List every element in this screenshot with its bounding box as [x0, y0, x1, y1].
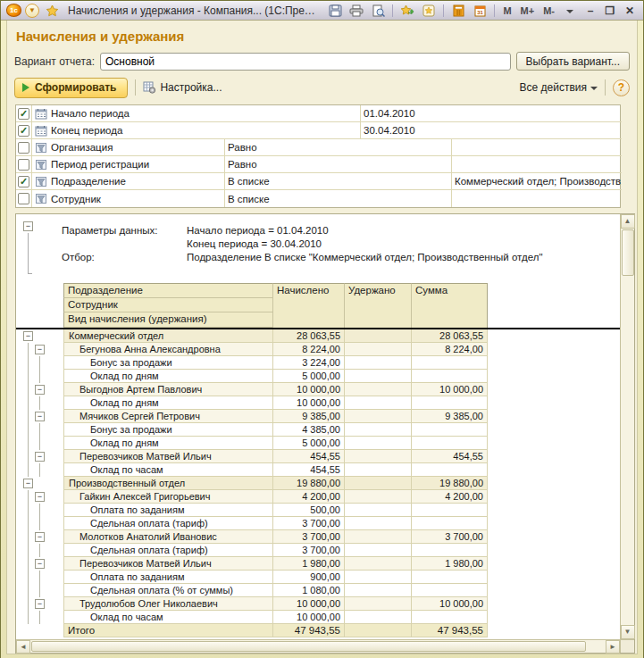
filter-checkbox[interactable] [18, 142, 29, 154]
cell-uderzhano [345, 410, 412, 423]
cell-uderzhano [345, 504, 412, 517]
report-form: Начисления и удержания Вариант отчета: В… [6, 21, 638, 654]
horizontal-scrollbar[interactable]: ◄ ► [16, 640, 620, 653]
save-icon[interactable] [326, 3, 344, 19]
cell-nachisleno: 19 880,00 [273, 477, 345, 490]
close-button[interactable]: ✕ [622, 4, 638, 17]
cell-summa [412, 370, 488, 383]
minimize-button[interactable]: – [582, 4, 598, 17]
collapse-group-icon[interactable] [35, 452, 45, 462]
cell-summa [412, 504, 488, 517]
cell-uderzhano [345, 437, 412, 450]
memory-subtract-button[interactable]: M- [540, 5, 557, 16]
calendar-icon[interactable]: 31 [471, 3, 489, 19]
generate-button[interactable]: Сформировать [14, 78, 128, 98]
filter-row[interactable]: СотрудникВ списке [16, 190, 620, 207]
scroll-right-icon[interactable]: ► [606, 640, 620, 654]
cell-nachisleno: 5 000,00 [273, 437, 345, 450]
cell-nachisleno: 1 980,00 [273, 557, 345, 571]
filter-row[interactable]: ✓Конец периода30.04.2010 [16, 122, 620, 139]
cell-summa: 47 943,55 [412, 624, 488, 637]
choose-variant-button[interactable]: Выбрать вариант... [516, 52, 630, 71]
settings-button[interactable]: Настройка... [143, 81, 222, 94]
cell-nachisleno: 1 080,00 [273, 584, 345, 597]
filter-value[interactable] [452, 190, 622, 207]
vertical-scrollbar-thumb[interactable] [622, 229, 634, 276]
filter-value[interactable]: 30.04.2010 [361, 122, 622, 139]
filter-row[interactable]: ОрганизацияРавно [16, 139, 620, 156]
window-title: Начисления и удержания - Компания... (1С… [64, 4, 322, 17]
cell-nachisleno: 9 385,00 [273, 410, 345, 423]
toolbar: Сформировать Настройка... Все действия ? [14, 77, 630, 98]
maximize-button[interactable]: ❒ [602, 4, 618, 17]
cell-summa [412, 571, 488, 584]
cell-nachisleno: 3 700,00 [273, 544, 345, 557]
cell-nachisleno: 500,00 [273, 504, 345, 517]
row-label: Выгоднов Артем Павлович [63, 383, 273, 396]
cell-nachisleno: 454,55 [273, 450, 345, 463]
collapse-group-icon[interactable] [35, 345, 45, 354]
vertical-scrollbar[interactable]: ▲ ▼ [620, 214, 634, 639]
memory-recall-button[interactable]: M [500, 5, 514, 16]
scroll-left-icon[interactable]: ◄ [16, 640, 30, 654]
filter-condition[interactable]: В списке [225, 190, 452, 207]
row-label: Оплата по заданиям [63, 504, 273, 517]
filter-condition[interactable]: Равно [225, 156, 452, 173]
add-to-favorites-icon[interactable] [398, 3, 416, 19]
filter-checkbox[interactable] [18, 193, 29, 204]
cell-nachisleno: 5 000,00 [273, 370, 345, 383]
filter-row[interactable]: Период регистрацииРавно [16, 156, 620, 173]
filter-condition[interactable]: Равно [225, 139, 452, 156]
favorites-icon[interactable] [420, 3, 438, 19]
collapse-group-icon[interactable] [35, 492, 45, 502]
collapse-group-icon[interactable] [35, 559, 45, 569]
all-actions-button[interactable]: Все действия [520, 81, 598, 94]
filter-value[interactable] [452, 139, 622, 156]
calculator-icon[interactable] [449, 3, 467, 19]
filter-icon [35, 176, 47, 187]
collapse-params-icon[interactable] [23, 221, 33, 231]
table-row: Сдельная оплата (тариф)3 700,00 [16, 517, 620, 530]
filter-checkbox[interactable]: ✓ [18, 108, 29, 120]
variant-input[interactable] [100, 53, 511, 71]
scroll-down-icon[interactable]: ▼ [621, 625, 635, 639]
collapse-group-icon[interactable] [23, 479, 33, 488]
quick-menu-icon[interactable]: ▼ [25, 4, 39, 18]
filter-value[interactable] [452, 156, 622, 173]
cell-uderzhano [345, 477, 412, 490]
collapse-group-icon[interactable] [35, 599, 45, 609]
print-icon[interactable] [347, 3, 365, 19]
cell-nachisleno: 4 385,00 [273, 423, 345, 437]
header-uderzhano: Удержано [345, 283, 412, 328]
filter-row[interactable]: ✓ПодразделениеВ спискеКоммерческий отдел… [16, 173, 620, 190]
cell-nachisleno: 10 000,00 [273, 597, 345, 611]
table-row: Гайкин Алексей Григорьевич4 200,004 200,… [16, 490, 620, 504]
collapse-group-icon[interactable] [35, 385, 45, 395]
cell-summa: 8 224,00 [412, 343, 488, 356]
favorites-star-icon[interactable] [43, 3, 61, 19]
horizontal-scrollbar-thumb[interactable] [31, 641, 586, 652]
cell-nachisleno: 3 224,00 [273, 356, 345, 370]
collapse-group-icon[interactable] [35, 412, 45, 421]
filter-condition[interactable]: В списке [225, 173, 452, 190]
report-canvas: Параметры данных: Начало периода = 01.04… [16, 214, 620, 639]
collapse-group-icon[interactable] [23, 331, 33, 341]
filter-value[interactable]: 01.04.2010 [361, 105, 622, 122]
cell-summa: 454,55 [412, 450, 488, 463]
help-button[interactable]: ? [613, 79, 630, 96]
filter-row[interactable]: ✓Начало периода01.04.2010 [16, 105, 620, 122]
cell-nachisleno: 8 224,00 [273, 343, 345, 356]
filter-icon [35, 142, 47, 154]
filter-checkbox[interactable]: ✓ [18, 125, 29, 137]
titlebar: 1с ▼ Начисления и удержания - Компания..… [1, 1, 643, 21]
filter-checkbox[interactable]: ✓ [18, 176, 29, 187]
filter-value[interactable]: Коммерческий отдел; Производств... [452, 173, 622, 190]
scroll-up-icon[interactable]: ▲ [621, 214, 635, 229]
more-actions-icon[interactable] [561, 3, 579, 19]
memory-add-button[interactable]: M+ [518, 5, 538, 16]
table-row: Мячиков Сергей Петрович9 385,009 385,00 [16, 410, 620, 423]
cell-summa: 1 980,00 [412, 557, 488, 571]
collapse-group-icon[interactable] [35, 532, 45, 542]
print-preview-icon[interactable] [369, 3, 387, 19]
filter-checkbox[interactable] [18, 159, 29, 171]
